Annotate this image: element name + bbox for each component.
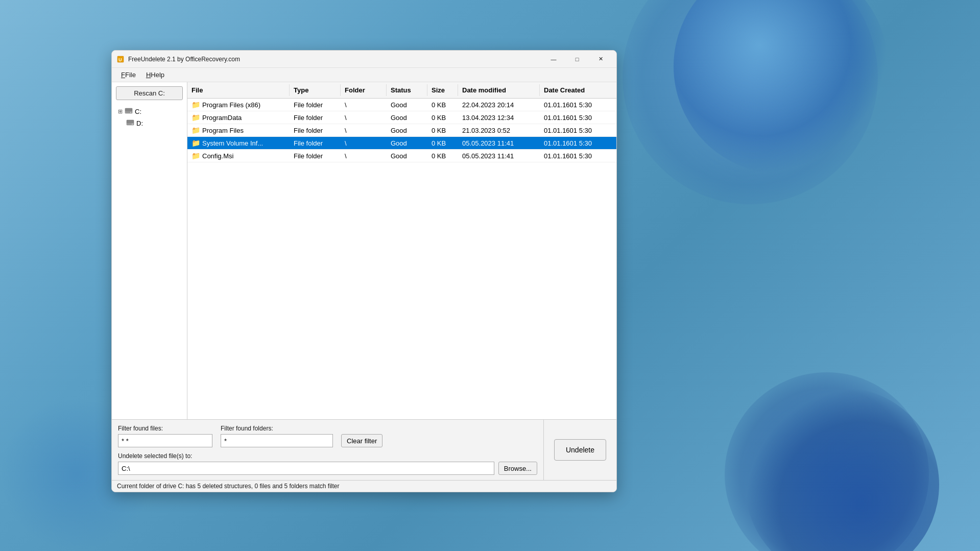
- maximize-button[interactable]: □: [565, 51, 589, 68]
- cell-size: 0 KB: [427, 137, 458, 149]
- cell-folder: \: [341, 137, 387, 149]
- folder-icon: 📁: [192, 152, 200, 160]
- cell-type: File folder: [290, 150, 341, 162]
- cell-date-created: 01.01.1601 5:30: [540, 150, 616, 162]
- table-row[interactable]: 📁 System Volume Inf... File folder \ Goo…: [187, 137, 616, 150]
- statusbar: Current folder of drive C: has 5 deleted…: [112, 480, 616, 492]
- cell-status: Good: [387, 99, 427, 111]
- cell-status: Good: [387, 124, 427, 136]
- cell-type: File folder: [290, 137, 341, 149]
- cell-folder: \: [341, 99, 387, 111]
- drive-item-c[interactable]: ⊞ C:: [116, 106, 183, 117]
- main-content: Rescan C: ⊞ C:: [112, 82, 616, 419]
- browse-button[interactable]: Browse...: [498, 462, 537, 475]
- destination-label: Undelete selected file(s) to:: [118, 452, 537, 460]
- folder-icon: 📁: [192, 101, 200, 109]
- status-text: Current folder of drive C: has 5 deleted…: [117, 483, 340, 490]
- table-row[interactable]: 📁 ProgramData File folder \ Good 0 KB 13…: [187, 111, 616, 124]
- drive-tree: ⊞ C:: [116, 104, 183, 131]
- cell-date-modified: 22.04.2023 20:14: [458, 99, 540, 111]
- hdd-icon-d: [126, 119, 134, 128]
- titlebar-buttons: — □ ✕: [542, 51, 612, 68]
- cell-status: Good: [387, 137, 427, 149]
- cell-date-created: 01.01.1601 5:30: [540, 99, 616, 111]
- svg-point-7: [132, 124, 133, 125]
- cell-type: File folder: [290, 124, 341, 136]
- col-status[interactable]: Status: [387, 84, 427, 96]
- filter-folders-input[interactable]: [221, 434, 333, 447]
- undelete-button[interactable]: Undelete: [554, 439, 606, 461]
- menubar: FFile HHelp: [112, 68, 616, 82]
- clear-filter-button[interactable]: Clear filter: [341, 434, 383, 447]
- cell-date-modified: 13.04.2023 12:34: [458, 111, 540, 124]
- col-folder[interactable]: Folder: [341, 84, 387, 96]
- filter-files-label: Filter found files:: [118, 425, 212, 432]
- table-body: 📁 Program Files (x86) File folder \ Good…: [187, 99, 616, 419]
- drive-item-d[interactable]: D:: [116, 118, 183, 129]
- table-row[interactable]: 📁 Program Files (x86) File folder \ Good…: [187, 99, 616, 111]
- cell-size: 0 KB: [427, 124, 458, 136]
- filter-row: Filter found files: Filter found folders…: [118, 425, 537, 447]
- cell-file: 📁 ProgramData: [187, 111, 290, 124]
- col-date-modified[interactable]: Date modified: [458, 84, 540, 96]
- cell-folder: \: [341, 150, 387, 162]
- drive-tree-icon: ⊞: [118, 108, 123, 115]
- app-icon: U: [116, 55, 125, 64]
- col-file[interactable]: File: [187, 84, 290, 96]
- hdd-icon: [125, 107, 133, 116]
- filter-folders-label: Filter found folders:: [221, 425, 333, 432]
- main-window: U FreeUndelete 2.1 by OfficeRecovery.com…: [111, 50, 617, 492]
- folder-icon: 📁: [192, 113, 200, 122]
- table-header: File Type Folder Status Size Date modifi…: [187, 82, 616, 99]
- cell-date-modified: 21.03.2023 0:52: [458, 124, 540, 136]
- cell-date-created: 01.01.1601 5:30: [540, 137, 616, 149]
- cell-file: 📁 Program Files (x86): [187, 99, 290, 111]
- cell-file: 📁 Program Files: [187, 124, 290, 136]
- cell-date-created: 01.01.1601 5:30: [540, 124, 616, 136]
- controls-area: Filter found files: Filter found folders…: [112, 420, 543, 480]
- titlebar: U FreeUndelete 2.1 by OfficeRecovery.com…: [112, 51, 616, 68]
- cell-file: 📁 System Volume Inf...: [187, 137, 290, 149]
- menu-file[interactable]: FFile: [117, 69, 140, 81]
- cell-status: Good: [387, 150, 427, 162]
- table-row[interactable]: 📁 Program Files File folder \ Good 0 KB …: [187, 124, 616, 137]
- cell-date-modified: 05.05.2023 11:41: [458, 150, 540, 162]
- cell-size: 0 KB: [427, 150, 458, 162]
- cell-date-modified: 05.05.2023 11:41: [458, 137, 540, 149]
- menu-help[interactable]: HHelp: [142, 69, 169, 81]
- destination-row: Browse...: [118, 462, 537, 475]
- filter-files-input[interactable]: [118, 434, 212, 447]
- cell-type: File folder: [290, 111, 341, 124]
- col-size[interactable]: Size: [427, 84, 458, 96]
- close-button[interactable]: ✕: [589, 51, 612, 68]
- destination-section: Undelete selected file(s) to: Browse...: [118, 452, 537, 475]
- cell-size: 0 KB: [427, 111, 458, 124]
- cell-folder: \: [341, 111, 387, 124]
- filter-files-section: Filter found files:: [118, 425, 212, 447]
- bottom-area: Filter found files: Filter found folders…: [112, 419, 616, 480]
- svg-point-4: [130, 112, 131, 113]
- left-panel: Rescan C: ⊞ C:: [112, 82, 187, 419]
- col-type[interactable]: Type: [290, 84, 341, 96]
- cell-folder: \: [341, 124, 387, 136]
- cell-file: 📁 Config.Msi: [187, 150, 290, 162]
- filter-folders-section: Filter found folders:: [221, 425, 333, 447]
- folder-icon: 📁: [192, 126, 200, 134]
- destination-input[interactable]: [118, 462, 494, 475]
- cell-size: 0 KB: [427, 99, 458, 111]
- cell-status: Good: [387, 111, 427, 124]
- svg-text:U: U: [118, 57, 122, 62]
- rescan-button[interactable]: Rescan C:: [116, 86, 183, 100]
- cell-type: File folder: [290, 99, 341, 111]
- window-title: FreeUndelete 2.1 by OfficeRecovery.com: [128, 56, 542, 63]
- minimize-button[interactable]: —: [542, 51, 565, 68]
- table-row[interactable]: 📁 Config.Msi File folder \ Good 0 KB 05.…: [187, 150, 616, 162]
- folder-icon: 📁: [192, 139, 200, 147]
- right-panel: File Type Folder Status Size Date modifi…: [187, 82, 616, 419]
- cell-date-created: 01.01.1601 5:30: [540, 111, 616, 124]
- undelete-container: Undelete: [543, 420, 616, 480]
- col-date-created[interactable]: Date Created: [540, 84, 616, 96]
